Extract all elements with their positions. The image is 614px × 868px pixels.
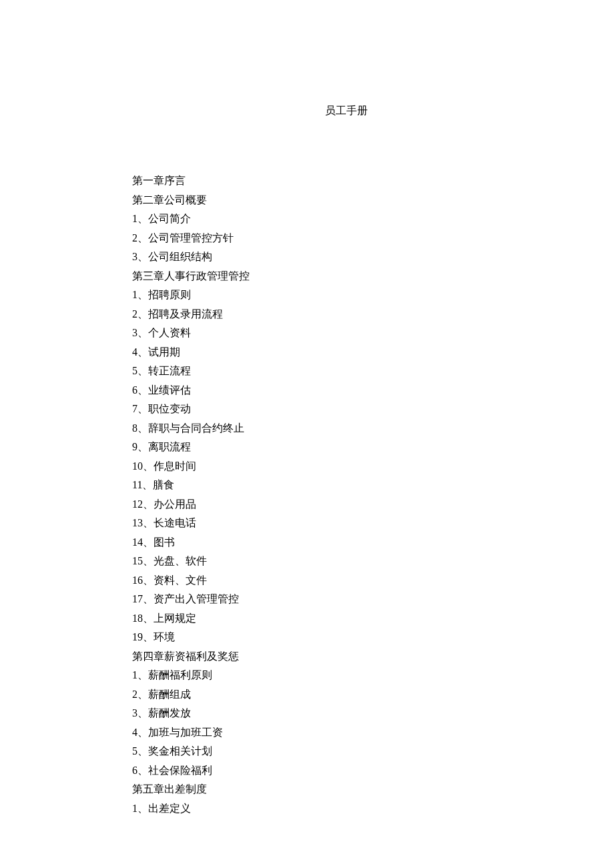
toc-item: 4、试用期 bbox=[132, 343, 534, 362]
toc-item: 13、长途电话 bbox=[132, 514, 534, 533]
toc-item: 5、奖金相关计划 bbox=[132, 742, 534, 761]
toc-item: 3、公司组织结构 bbox=[132, 248, 534, 267]
toc-item: 16、资料、文件 bbox=[132, 571, 534, 590]
toc-item: 6、社会保险福利 bbox=[132, 761, 534, 781]
toc-item: 15、光盘、软件 bbox=[132, 552, 534, 571]
toc-item: 4、加班与加班工资 bbox=[132, 723, 534, 743]
document-title: 员工手册 bbox=[159, 104, 534, 118]
toc-item: 17、资产出入管理管控 bbox=[132, 590, 534, 609]
toc-item: 第三章人事行政管理管控 bbox=[132, 267, 534, 286]
toc-item: 9、离职流程 bbox=[132, 438, 534, 457]
toc-item: 10、作息时间 bbox=[132, 457, 534, 476]
toc-item: 第二章公司概要 bbox=[132, 191, 534, 210]
toc-item: 2、薪酬组成 bbox=[132, 685, 534, 705]
document-page: 员工手册 第一章序言 第二章公司概要 1、公司简介 2、公司管理管控方针 3、公… bbox=[0, 0, 614, 818]
toc-item: 3、薪酬发放 bbox=[132, 704, 534, 723]
toc-item: 12、办公用品 bbox=[132, 495, 534, 514]
toc-item: 8、辞职与合同合约终止 bbox=[132, 419, 534, 438]
toc-item: 2、公司管理管控方针 bbox=[132, 229, 534, 248]
toc-item: 1、薪酬福利原则 bbox=[132, 666, 534, 685]
toc-item: 14、图书 bbox=[132, 533, 534, 552]
toc-item: 第四章薪资福利及奖惩 bbox=[132, 647, 534, 667]
toc-item: 第五章出差制度 bbox=[132, 780, 534, 799]
toc-item: 2、招聘及录用流程 bbox=[132, 305, 534, 324]
toc-item: 1、出差定义 bbox=[132, 799, 534, 819]
toc-item: 1、招聘原则 bbox=[132, 286, 534, 305]
toc-item: 11、膳食 bbox=[132, 476, 534, 495]
toc-item: 6、业绩评估 bbox=[132, 381, 534, 400]
table-of-contents: 第一章序言 第二章公司概要 1、公司简介 2、公司管理管控方针 3、公司组织结构… bbox=[132, 171, 534, 818]
toc-item: 19、环境 bbox=[132, 628, 534, 647]
toc-item: 第一章序言 bbox=[132, 171, 534, 191]
toc-item: 5、转正流程 bbox=[132, 362, 534, 381]
toc-item: 7、职位变动 bbox=[132, 400, 534, 419]
toc-item: 1、公司简介 bbox=[132, 209, 534, 229]
toc-item: 3、个人资料 bbox=[132, 324, 534, 343]
toc-item: 18、上网规定 bbox=[132, 609, 534, 628]
